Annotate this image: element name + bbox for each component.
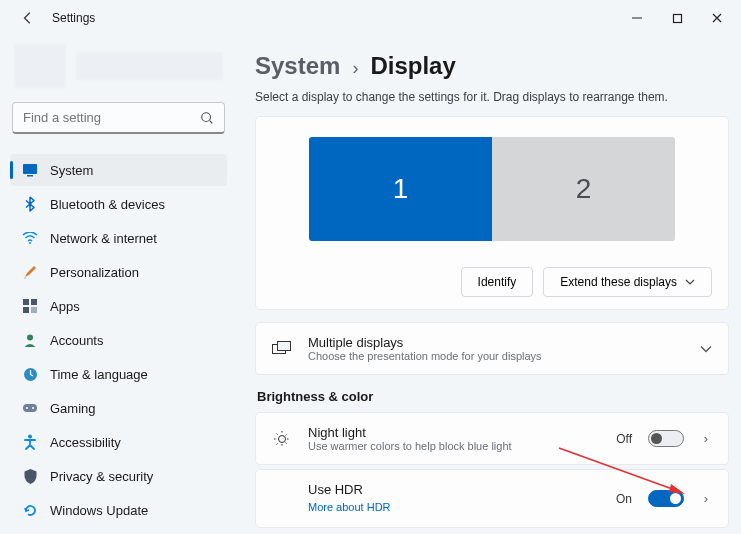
search-input[interactable]	[12, 102, 225, 134]
svg-point-19	[279, 435, 286, 442]
extend-displays-dropdown[interactable]: Extend these displays	[543, 267, 712, 297]
page-subtitle: Select a display to change the settings …	[255, 90, 729, 104]
sidebar-item-apps[interactable]: Apps	[10, 290, 227, 322]
chevron-down-icon	[700, 345, 712, 353]
sidebar-item-label: Accounts	[50, 333, 103, 348]
section-brightness-color: Brightness & color	[257, 389, 729, 404]
sidebar-item-label: Privacy & security	[50, 469, 153, 484]
window-title: Settings	[52, 11, 95, 25]
accessibility-icon	[22, 434, 38, 450]
sidebar-item-privacy[interactable]: Privacy & security	[10, 460, 227, 492]
person-icon	[22, 332, 38, 348]
sidebar-item-label: Accessibility	[50, 435, 121, 450]
sidebar-item-accessibility[interactable]: Accessibility	[10, 426, 227, 458]
minimize-button[interactable]	[617, 3, 657, 33]
monitor-1[interactable]: 1	[309, 137, 492, 241]
svg-point-14	[26, 407, 28, 409]
gaming-icon	[22, 400, 38, 416]
sidebar-item-update[interactable]: Windows Update	[10, 494, 227, 526]
page-title: Display	[370, 52, 455, 80]
night-light-toggle[interactable]	[648, 430, 684, 447]
svg-line-26	[277, 442, 279, 444]
sidebar-item-label: Personalization	[50, 265, 139, 280]
chevron-right-icon: ›	[700, 491, 712, 506]
svg-point-6	[29, 242, 31, 244]
svg-point-16	[28, 435, 32, 439]
close-button[interactable]	[697, 3, 737, 33]
svg-rect-13	[23, 404, 37, 412]
breadcrumb-parent[interactable]: System	[255, 52, 340, 80]
svg-rect-18	[278, 342, 291, 351]
sidebar-item-network[interactable]: Network & internet	[10, 222, 227, 254]
sidebar-item-label: Network & internet	[50, 231, 157, 246]
bluetooth-icon	[22, 196, 38, 212]
setting-title: Multiple displays	[308, 335, 684, 350]
avatar	[14, 44, 66, 88]
system-icon	[22, 162, 38, 178]
sidebar-item-time[interactable]: Time & language	[10, 358, 227, 390]
setting-desc: Choose the presentation mode for your di…	[308, 350, 684, 362]
svg-rect-10	[31, 307, 37, 313]
sidebar-item-mixed-reality[interactable]: Mixed reality	[10, 528, 227, 534]
svg-line-25	[286, 442, 288, 444]
svg-line-3	[210, 120, 213, 123]
night-light-row[interactable]: Night light Use warmer colors to help bl…	[255, 412, 729, 465]
chevron-right-icon: ›	[700, 431, 712, 446]
identify-button[interactable]: Identify	[461, 267, 534, 297]
display-arrange-card: 1 2 Identify Extend these displays	[255, 116, 729, 310]
use-hdr-row[interactable]: Use HDR More about HDR On ›	[255, 469, 729, 528]
chevron-right-icon: ›	[352, 58, 358, 79]
svg-point-15	[32, 407, 34, 409]
svg-rect-4	[23, 164, 37, 174]
update-icon	[22, 502, 38, 518]
sidebar-item-personalization[interactable]: Personalization	[10, 256, 227, 288]
multi-display-icon	[272, 341, 292, 356]
shield-icon	[22, 468, 38, 484]
more-about-hdr-link[interactable]: More about HDR	[308, 501, 391, 513]
hdr-toggle[interactable]	[648, 490, 684, 507]
svg-line-24	[277, 433, 279, 435]
sidebar-item-label: Apps	[50, 299, 80, 314]
monitor-2[interactable]: 2	[492, 137, 675, 241]
svg-rect-7	[23, 299, 29, 305]
setting-title: Use HDR	[308, 482, 600, 497]
breadcrumb: System › Display	[255, 52, 729, 80]
user-name-placeholder	[76, 52, 223, 80]
chevron-down-icon	[685, 279, 695, 285]
back-button[interactable]	[18, 8, 38, 28]
sidebar-item-label: System	[50, 163, 93, 178]
apps-icon	[22, 298, 38, 314]
maximize-button[interactable]	[657, 3, 697, 33]
paintbrush-icon	[22, 264, 38, 280]
setting-desc: Use warmer colors to help block blue lig…	[308, 440, 600, 452]
setting-title: Night light	[308, 425, 600, 440]
toggle-state-label: On	[616, 492, 632, 506]
sidebar-item-label: Windows Update	[50, 503, 148, 518]
svg-point-11	[27, 335, 33, 341]
svg-point-2	[202, 112, 211, 121]
svg-rect-9	[23, 307, 29, 313]
night-light-icon	[272, 430, 292, 448]
sidebar-item-gaming[interactable]: Gaming	[10, 392, 227, 424]
svg-rect-1	[673, 14, 681, 22]
multiple-displays-row[interactable]: Multiple displays Choose the presentatio…	[255, 322, 729, 375]
svg-rect-8	[31, 299, 37, 305]
svg-line-27	[286, 433, 288, 435]
search-icon	[200, 111, 214, 125]
globe-clock-icon	[22, 366, 38, 382]
search-field[interactable]	[23, 110, 200, 125]
sidebar-item-accounts[interactable]: Accounts	[10, 324, 227, 356]
sidebar-item-label: Gaming	[50, 401, 96, 416]
sidebar-item-bluetooth[interactable]: Bluetooth & devices	[10, 188, 227, 220]
svg-rect-5	[27, 175, 33, 177]
sidebar-item-label: Time & language	[50, 367, 148, 382]
user-account-block[interactable]	[10, 42, 227, 100]
wifi-icon	[22, 230, 38, 246]
sidebar-item-label: Bluetooth & devices	[50, 197, 165, 212]
sidebar-item-system[interactable]: System	[10, 154, 227, 186]
toggle-state-label: Off	[616, 432, 632, 446]
